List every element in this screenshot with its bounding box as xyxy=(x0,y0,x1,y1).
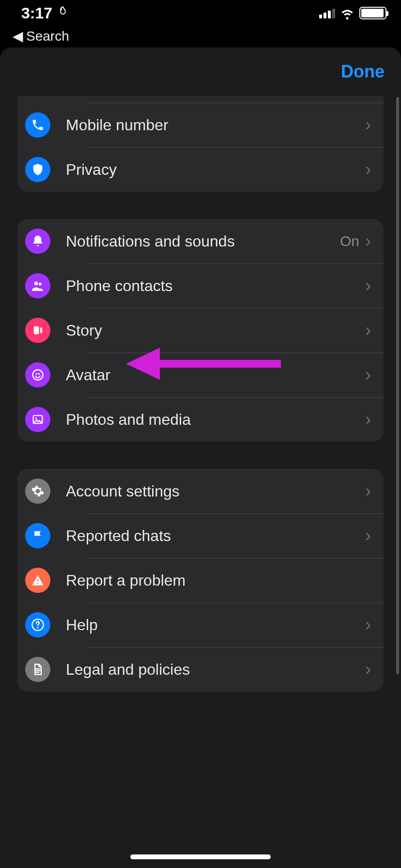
row-label: Phone contacts xyxy=(66,277,365,295)
row-notifications[interactable]: Notifications and sounds On › xyxy=(17,219,384,264)
chevron-right-icon: › xyxy=(365,115,371,135)
svg-rect-4 xyxy=(34,326,39,334)
row-label: Account settings xyxy=(66,482,365,500)
row-label: Story xyxy=(66,322,365,340)
back-caret-icon: ◀ xyxy=(13,28,23,44)
row-reported-chats[interactable]: Reported chats › xyxy=(17,513,384,558)
back-to-search[interactable]: ◀ Search xyxy=(0,26,401,49)
svg-point-10 xyxy=(35,418,37,419)
bell-icon xyxy=(25,229,50,254)
status-bar: 3:17 xyxy=(0,0,401,26)
svg-point-3 xyxy=(39,283,42,286)
status-left: 3:17 xyxy=(21,4,69,22)
sheet-header: Done xyxy=(0,47,401,96)
svg-rect-5 xyxy=(40,327,43,333)
row-photos-media[interactable]: Photos and media › xyxy=(17,397,384,442)
settings-sheet: Done Archived chats › Mobile number › xyxy=(0,47,401,868)
row-label: Reported chats xyxy=(66,527,365,545)
svg-point-12 xyxy=(37,627,39,628)
row-value: On xyxy=(340,233,359,249)
row-legal-policies[interactable]: Legal and policies › xyxy=(17,647,384,692)
row-label: Help xyxy=(66,616,365,634)
chevron-right-icon: › xyxy=(365,159,371,180)
settings-content: Archived chats › Mobile number › Privacy… xyxy=(0,96,401,868)
chevron-right-icon: › xyxy=(365,276,371,296)
row-label: Privacy xyxy=(66,161,365,179)
row-label: Legal and policies xyxy=(66,661,365,679)
row-help[interactable]: Help › xyxy=(17,603,384,647)
row-story[interactable]: Story › xyxy=(17,308,384,353)
chevron-right-icon: › xyxy=(365,481,371,501)
svg-point-7 xyxy=(36,373,38,375)
chevron-right-icon: › xyxy=(365,96,371,102)
row-label: Mobile number xyxy=(66,116,365,134)
help-icon xyxy=(25,612,50,637)
flame-icon xyxy=(57,6,69,21)
row-account-settings[interactable]: Account settings › xyxy=(17,469,384,513)
svg-point-6 xyxy=(33,370,43,380)
row-privacy[interactable]: Privacy › xyxy=(17,147,384,192)
shield-icon xyxy=(25,157,50,182)
status-right xyxy=(319,6,386,20)
row-archived-chats[interactable]: Archived chats › xyxy=(17,96,384,103)
svg-point-2 xyxy=(34,282,38,285)
chevron-right-icon: › xyxy=(365,320,371,341)
settings-group-preferences: Notifications and sounds On › Phone cont… xyxy=(17,219,384,442)
row-mobile-number[interactable]: Mobile number › xyxy=(17,103,384,147)
status-time: 3:17 xyxy=(21,4,52,22)
phone-icon xyxy=(25,112,50,138)
svg-point-8 xyxy=(38,373,40,375)
row-label: Photos and media xyxy=(66,411,365,429)
story-icon xyxy=(25,318,50,343)
settings-group-support: Account settings › Reported chats › Repo… xyxy=(17,469,384,692)
row-report-problem[interactable]: Report a problem xyxy=(17,558,384,603)
warning-icon xyxy=(25,568,50,593)
chevron-right-icon: › xyxy=(365,526,371,546)
row-avatar[interactable]: Avatar › xyxy=(17,353,384,397)
scrollbar[interactable] xyxy=(396,97,399,674)
chevron-right-icon: › xyxy=(365,409,371,430)
avatar-icon xyxy=(25,362,50,388)
battery-icon xyxy=(359,7,386,19)
chevron-right-icon: › xyxy=(365,365,371,385)
people-icon xyxy=(25,273,50,298)
row-label: Report a problem xyxy=(66,572,371,589)
done-button[interactable]: Done xyxy=(341,62,385,82)
back-label: Search xyxy=(26,29,69,44)
flag-icon xyxy=(25,523,50,548)
image-icon xyxy=(25,407,50,432)
row-label: Avatar xyxy=(66,366,365,384)
gear-icon xyxy=(25,479,50,504)
settings-group-account: Archived chats › Mobile number › Privacy… xyxy=(17,96,384,192)
row-phone-contacts[interactable]: Phone contacts › xyxy=(17,264,384,308)
chevron-right-icon: › xyxy=(365,231,371,251)
home-indicator[interactable] xyxy=(130,854,271,859)
row-label: Notifications and sounds xyxy=(66,232,340,250)
document-icon xyxy=(25,657,50,682)
cellular-signal-icon xyxy=(319,8,335,18)
chevron-right-icon: › xyxy=(365,615,371,635)
wifi-icon xyxy=(340,6,355,20)
chevron-right-icon: › xyxy=(365,659,371,680)
